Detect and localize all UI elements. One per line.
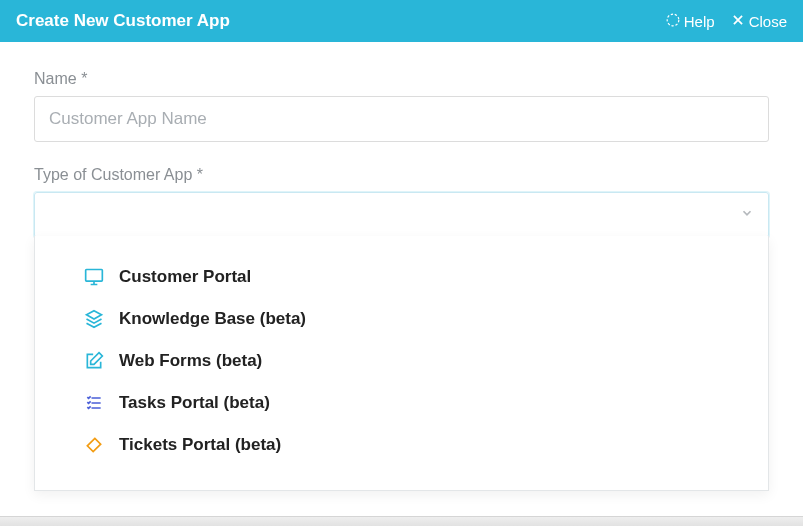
monitor-icon bbox=[83, 266, 105, 288]
close-icon bbox=[731, 13, 745, 30]
option-knowledge-base[interactable]: Knowledge Base (beta) bbox=[35, 298, 768, 340]
option-tasks-portal[interactable]: Tasks Portal (beta) bbox=[35, 382, 768, 424]
create-customer-app-modal: Create New Customer App Help Close Name … bbox=[0, 0, 803, 526]
help-button[interactable]: Help bbox=[666, 13, 715, 30]
option-label: Customer Portal bbox=[119, 267, 251, 287]
option-label: Knowledge Base (beta) bbox=[119, 309, 306, 329]
type-select[interactable] bbox=[34, 192, 769, 238]
close-label: Close bbox=[749, 13, 787, 30]
checklist-icon bbox=[83, 392, 105, 414]
option-web-forms[interactable]: Web Forms (beta) bbox=[35, 340, 768, 382]
name-field-label: Name * bbox=[34, 70, 769, 88]
option-customer-portal[interactable]: Customer Portal bbox=[35, 256, 768, 298]
customer-app-name-input[interactable] bbox=[34, 96, 769, 142]
close-button[interactable]: Close bbox=[731, 13, 787, 30]
type-select-wrap: Customer Portal Knowledge Base (beta) We… bbox=[34, 192, 769, 238]
header-actions: Help Close bbox=[666, 13, 787, 30]
type-dropdown: Customer Portal Knowledge Base (beta) We… bbox=[34, 236, 769, 491]
footer-edge bbox=[0, 516, 803, 526]
option-label: Tickets Portal (beta) bbox=[119, 435, 281, 455]
svg-point-0 bbox=[667, 14, 679, 26]
modal-header: Create New Customer App Help Close bbox=[0, 0, 803, 42]
help-label: Help bbox=[684, 13, 715, 30]
svg-rect-1 bbox=[86, 270, 103, 282]
option-tickets-portal[interactable]: Tickets Portal (beta) bbox=[35, 424, 768, 466]
layers-icon bbox=[83, 308, 105, 330]
type-field-label: Type of Customer App * bbox=[34, 166, 769, 184]
edit-square-icon bbox=[83, 350, 105, 372]
ticket-icon bbox=[83, 434, 105, 456]
help-icon bbox=[666, 13, 680, 30]
modal-body: Name * Type of Customer App * Customer P… bbox=[0, 42, 803, 266]
chevron-down-icon bbox=[740, 205, 754, 225]
option-label: Tasks Portal (beta) bbox=[119, 393, 270, 413]
modal-title: Create New Customer App bbox=[16, 11, 666, 31]
option-label: Web Forms (beta) bbox=[119, 351, 262, 371]
